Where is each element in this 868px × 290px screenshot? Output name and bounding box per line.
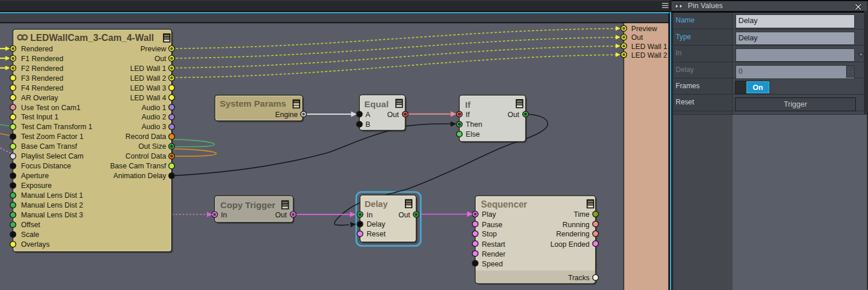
svg-text:Record Data: Record Data (126, 133, 166, 141)
svg-text:In: In (367, 211, 373, 219)
svg-text:Stop: Stop (482, 230, 497, 238)
svg-text:Rendering: Rendering (556, 230, 589, 238)
svg-text:Test Cam Transform 1: Test Cam Transform 1 (21, 123, 93, 131)
svg-text:System Params: System Params (220, 99, 286, 108)
svg-text:Out: Out (507, 111, 520, 119)
svg-text:Loop Ended: Loop Ended (551, 240, 590, 248)
svg-text:Else: Else (466, 130, 480, 138)
svg-text:Use Test on Cam1: Use Test on Cam1 (21, 104, 81, 112)
svg-text:F2 Rendered: F2 Rendered (21, 65, 64, 73)
svg-text:Offset: Offset (21, 221, 41, 229)
svg-text:LED Wall 1: LED Wall 1 (130, 65, 166, 73)
svg-text:LED Wall 2: LED Wall 2 (130, 74, 166, 82)
svg-text:F1 Rendered: F1 Rendered (21, 55, 64, 63)
svg-text:Out: Out (399, 211, 411, 219)
svg-text:Reset: Reset (367, 230, 386, 238)
svg-text:Rendered: Rendered (21, 45, 53, 53)
svg-text:Audio 3: Audio 3 (142, 123, 166, 131)
svg-text:Playlist Select Cam: Playlist Select Cam (21, 152, 84, 160)
svg-text:AR Overlay: AR Overlay (21, 94, 59, 102)
svg-text:Speed: Speed (482, 260, 503, 268)
svg-text:Focus Distance: Focus Distance (21, 162, 71, 170)
svg-text:Out: Out (631, 33, 643, 42)
svg-text:Test Input 1: Test Input 1 (21, 113, 59, 121)
svg-text:Sequencer: Sequencer (481, 199, 527, 209)
svg-text:Render: Render (482, 250, 506, 258)
svg-text:Delay: Delay (365, 199, 388, 209)
svg-text:LED Wall 3: LED Wall 3 (130, 84, 166, 92)
svg-text:Audio 2: Audio 2 (142, 113, 166, 121)
svg-text:If: If (466, 111, 470, 119)
svg-text:Running: Running (563, 221, 590, 229)
svg-text:Aperture: Aperture (21, 172, 49, 180)
svg-text:LED Wall 1: LED Wall 1 (631, 43, 668, 51)
svg-text:Delay: Delay (367, 220, 386, 228)
svg-text:LEDWallCam_3-Cam_4-Wall: LEDWallCam_3-Cam_4-Wall (31, 32, 154, 43)
svg-text:Test Zoom Factor 1: Test Zoom Factor 1 (21, 133, 84, 141)
svg-text:Manual Lens Dist 3: Manual Lens Dist 3 (21, 211, 84, 219)
svg-text:Time: Time (574, 210, 590, 219)
svg-text:Scale: Scale (21, 231, 40, 239)
svg-text:If: If (465, 100, 471, 110)
svg-text:Copy Trigger: Copy Trigger (221, 200, 276, 210)
svg-text:Restart: Restart (482, 240, 506, 248)
svg-text:Control Data: Control Data (126, 152, 166, 160)
svg-text:Out: Out (387, 111, 399, 119)
svg-text:Base Cam Transf: Base Cam Transf (110, 162, 166, 170)
svg-text:B: B (366, 120, 370, 129)
svg-text:F3 Rendered: F3 Rendered (21, 74, 64, 82)
svg-text:Audio 1: Audio 1 (142, 104, 166, 112)
svg-text:Then: Then (466, 120, 483, 129)
svg-text:Out: Out (154, 55, 166, 63)
svg-text:Manual Lens Dist 2: Manual Lens Dist 2 (21, 201, 84, 209)
svg-text:Manual Lens Dist 1: Manual Lens Dist 1 (21, 191, 84, 199)
svg-text:Tracks: Tracks (568, 274, 589, 282)
svg-text:Pause: Pause (482, 221, 503, 229)
svg-text:Base Cam Transf: Base Cam Transf (21, 142, 78, 150)
svg-text:Out: Out (275, 211, 287, 219)
svg-text:Out Size: Out Size (138, 142, 166, 150)
svg-text:Animation Delay: Animation Delay (113, 172, 166, 180)
svg-text:F4 Rendered: F4 Rendered (21, 84, 64, 92)
svg-text:Equal: Equal (365, 99, 389, 109)
svg-text:Engine: Engine (275, 111, 298, 119)
svg-text:Preview: Preview (631, 25, 658, 33)
svg-text:Play: Play (482, 210, 496, 219)
svg-text:LED Wall 4: LED Wall 4 (130, 94, 166, 102)
svg-text:In: In (221, 211, 228, 219)
svg-text:Exposure: Exposure (21, 182, 52, 190)
svg-text:Overlays: Overlays (21, 240, 50, 248)
svg-text:A: A (366, 111, 371, 119)
svg-text:Preview: Preview (141, 45, 167, 53)
svg-text:LED Wall 2: LED Wall 2 (631, 51, 668, 59)
